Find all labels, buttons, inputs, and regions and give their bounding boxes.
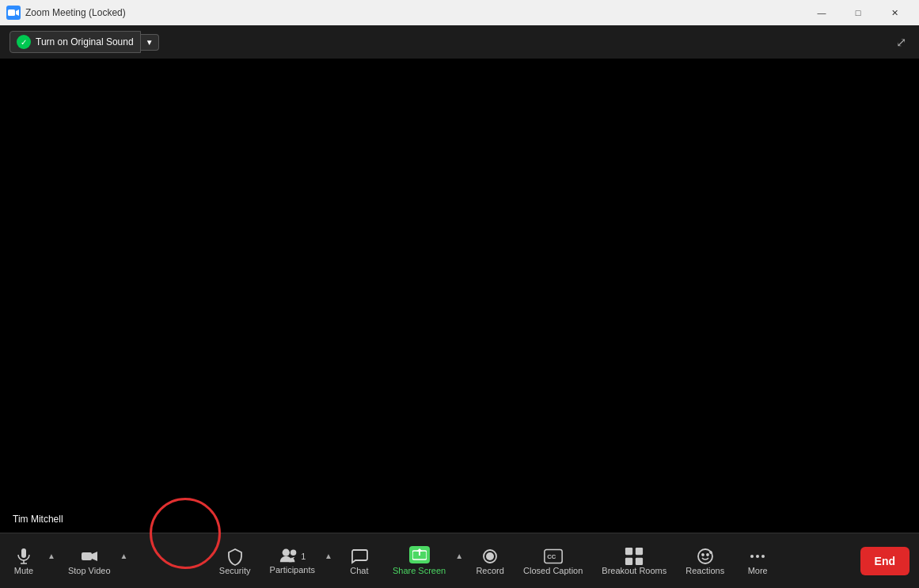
more-button[interactable]: More [734,542,781,580]
reactions-label: Reactions [685,566,724,575]
security-shield-icon [226,547,245,566]
svg-rect-1 [8,9,15,16]
participants-arrow-button[interactable]: ▲ [325,547,336,565]
closed-caption-icon: CC [544,547,563,566]
mute-chevron-icon: ▲ [47,552,55,560]
user-label: Tim Mitchell [6,512,70,526]
share-screen-label: Share Screen [393,566,446,575]
svg-rect-16 [625,547,632,554]
reactions-button[interactable]: Reactions [676,542,734,580]
security-label: Security [219,566,251,575]
closed-caption-button[interactable]: CC Closed Caption [514,542,592,580]
participants-control: 1 Participants ▲ [260,542,336,579]
sound-btn-wrapper: ✓ Turn on Original Sound ▼ [9,31,159,53]
end-button[interactable]: End [860,547,910,575]
share-screen-control: Share Screen ▲ [383,541,466,580]
share-screen-icon [412,548,427,561]
title-bar-left: Zoom Meeting (Locked) [6,6,126,20]
minimize-button[interactable]: — [803,0,840,25]
toolbar: Mute ▲ Stop Video ▲ [0,533,919,588]
chat-button[interactable]: Chat [336,542,383,580]
toolbar-left: Mute ▲ Stop Video ▲ [0,542,131,580]
title-bar-controls: — □ ✕ [803,0,913,25]
title-bar: Zoom Meeting (Locked) — □ ✕ [0,0,919,25]
closed-caption-label: Closed Caption [523,566,583,575]
mute-control: Mute ▲ [0,542,59,580]
mute-button[interactable]: Mute [0,542,47,580]
stop-video-label: Stop Video [68,566,111,575]
svg-text:CC: CC [547,553,556,560]
participants-count: 1 [301,552,306,561]
participants-icon [279,547,299,563]
svg-point-27 [761,555,765,558]
share-screen-icon-wrapper [409,546,430,563]
participants-button[interactable]: 1 Participants [260,542,325,579]
svg-point-8 [283,549,290,556]
video-camera-icon [80,547,99,566]
svg-rect-18 [625,557,632,564]
svg-point-26 [756,555,759,558]
main-video-area: Tim Mitchell [0,59,919,533]
shield-icon: ✓ [17,35,31,49]
toolbar-center: Security 1 Participants ▲ [131,541,860,580]
expand-icon[interactable]: ⤢ [892,33,910,51]
share-chevron-icon: ▲ [455,552,463,560]
video-arrow-button[interactable]: ▲ [120,547,131,565]
toolbar-right: End [860,547,919,575]
record-icon [480,547,499,566]
svg-point-13 [486,552,494,560]
record-button[interactable]: Record [466,542,514,580]
breakout-rooms-button[interactable]: Breakout Rooms [592,542,676,580]
sound-btn-label: Turn on Original Sound [36,36,134,47]
svg-rect-17 [636,547,643,554]
participants-label: Participants [270,565,315,575]
svg-point-25 [750,555,754,558]
svg-rect-3 [21,548,26,558]
more-label: More [748,566,768,575]
close-button[interactable]: ✕ [876,0,913,25]
security-button[interactable]: Security [210,542,260,580]
share-screen-button[interactable]: Share Screen [383,541,455,580]
reactions-icon [696,547,715,566]
app-title: Zoom Meeting (Locked) [25,7,126,18]
breakout-rooms-label: Breakout Rooms [602,566,666,575]
record-label: Record [476,566,503,575]
breakout-rooms-icon [625,547,644,566]
svg-rect-6 [82,552,92,560]
svg-marker-11 [416,548,423,556]
svg-point-21 [702,554,704,556]
video-chevron-icon: ▲ [120,552,128,560]
top-bar: ✓ Turn on Original Sound ▼ ⤢ [0,25,919,59]
chat-label: Chat [350,566,368,575]
participants-chevron-icon: ▲ [325,552,332,560]
microphone-icon [14,547,33,566]
mute-arrow-button[interactable]: ▲ [47,547,59,565]
zoom-logo-icon [6,6,21,20]
sound-chevron-button[interactable]: ▼ [141,34,159,51]
video-control: Stop Video ▲ [59,542,131,580]
svg-point-9 [291,550,296,556]
stop-video-button[interactable]: Stop Video [59,542,120,580]
share-screen-arrow-button[interactable]: ▲ [455,547,466,565]
chat-icon [350,547,369,566]
maximize-button[interactable]: □ [840,0,876,25]
svg-rect-19 [636,557,643,564]
more-icon [748,547,767,566]
original-sound-button[interactable]: ✓ Turn on Original Sound [9,31,141,53]
svg-point-22 [707,554,708,556]
svg-marker-7 [92,552,97,561]
mute-label: Mute [14,566,33,575]
